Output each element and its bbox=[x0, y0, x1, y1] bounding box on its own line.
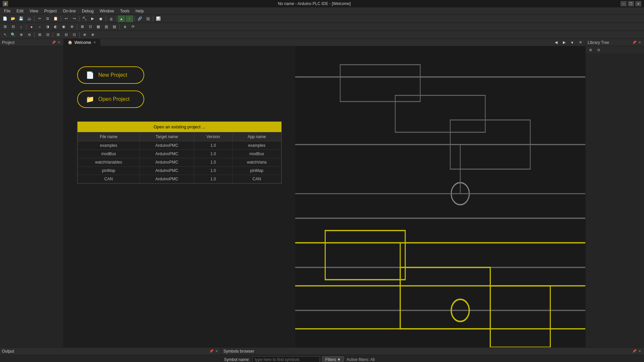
sep6 bbox=[135, 16, 135, 21]
tb-new[interactable]: 📄 bbox=[1, 15, 9, 22]
restore-button[interactable]: ❐ bbox=[628, 1, 634, 6]
tb-undo[interactable]: ↩ bbox=[62, 15, 70, 22]
symbols-panel-close[interactable]: ✕ bbox=[637, 349, 642, 354]
filters-button[interactable]: Filters ▼ bbox=[322, 356, 344, 362]
tb2-9[interactable]: ⊕ bbox=[68, 23, 75, 30]
tb3-1[interactable]: ↖ bbox=[1, 32, 9, 38]
tb-run[interactable]: ▶ bbox=[89, 15, 96, 22]
tb-disconnect[interactable]: ⛓ bbox=[144, 15, 152, 22]
tb2-10[interactable]: ⊠ bbox=[78, 23, 86, 30]
tb-redo[interactable]: ↪ bbox=[70, 15, 78, 22]
table-row[interactable]: pinMap ArduinoPMC 1.0 pinMap bbox=[78, 167, 281, 175]
menu-file[interactable]: File bbox=[1, 8, 13, 14]
menu-view[interactable]: View bbox=[27, 8, 41, 14]
tb2-2[interactable]: ⊟ bbox=[9, 23, 17, 30]
tb2-8[interactable]: ◉ bbox=[60, 23, 67, 30]
new-project-button[interactable]: 📄 New Project bbox=[77, 66, 144, 84]
menu-tools[interactable]: Tools bbox=[117, 8, 132, 14]
lib-btn-2[interactable]: ⊟ bbox=[595, 47, 602, 53]
tb-upload[interactable]: ▲ bbox=[118, 15, 125, 22]
output-panel-pin[interactable]: 📌 bbox=[209, 349, 214, 354]
tb-cut[interactable]: ✂ bbox=[36, 15, 43, 22]
tb3-8[interactable]: ⊡ bbox=[70, 32, 78, 38]
library-panel-title: Library Tree bbox=[588, 40, 609, 45]
library-panel-buttons: 📌 ✕ bbox=[632, 40, 642, 45]
svg-rect-13 bbox=[490, 286, 550, 347]
sep1 bbox=[34, 16, 35, 21]
tb2-6[interactable]: ◑ bbox=[44, 23, 51, 30]
menu-online[interactable]: On-line bbox=[60, 8, 78, 14]
tab-next[interactable]: ▶ bbox=[560, 39, 568, 46]
filters-chevron: ▼ bbox=[337, 357, 341, 362]
tb-connect[interactable]: 🔗 bbox=[136, 15, 144, 22]
tb3-6[interactable]: ⊞ bbox=[54, 32, 62, 38]
table-row[interactable]: examples ArduinoPMC 1.0 examples bbox=[78, 141, 281, 150]
cell-version: 1.0 bbox=[194, 158, 232, 167]
symbol-search-input[interactable] bbox=[253, 356, 320, 362]
library-panel-close[interactable]: ✕ bbox=[637, 40, 642, 45]
tb3-7[interactable]: ⊟ bbox=[62, 32, 70, 38]
minimize-button[interactable]: ─ bbox=[621, 1, 627, 6]
menu-help[interactable]: Help bbox=[133, 8, 147, 14]
lib-btn-1[interactable]: ⊞ bbox=[587, 47, 594, 53]
new-project-icon: 📄 bbox=[86, 71, 94, 79]
menu-edit[interactable]: Edit bbox=[14, 8, 26, 14]
tb-build[interactable]: 🔨 bbox=[81, 15, 88, 22]
cell-targetname: ArduinoPMC bbox=[140, 141, 194, 150]
tb2-4[interactable]: ● bbox=[28, 23, 35, 30]
tb-copy[interactable]: ⧉ bbox=[44, 15, 51, 22]
cell-appname: pinMap bbox=[232, 167, 281, 175]
welcome-tab-close[interactable]: ✕ bbox=[93, 41, 96, 44]
tb3-search[interactable]: 🔍 bbox=[9, 32, 17, 38]
toolbar-2: ⊞ ⊟ ↕ ● ○ ◑ ◐ ◉ ⊕ ⊠ ⊡ ▦ ▥ ▤ ⏸ ⟳ bbox=[0, 23, 644, 31]
tb2-12[interactable]: ▦ bbox=[95, 23, 102, 30]
tb-upload2[interactable]: ↑ bbox=[126, 15, 133, 22]
col-appname: App name bbox=[232, 132, 281, 141]
tb3-9[interactable]: ⊛ bbox=[81, 32, 88, 38]
tb2-15[interactable]: ⏸ bbox=[121, 23, 128, 30]
tb-monitor[interactable]: 📊 bbox=[155, 15, 162, 22]
tb3-zoomout[interactable]: ⊖ bbox=[25, 32, 33, 38]
tb-print[interactable]: 🖨 bbox=[107, 15, 115, 22]
tb-save[interactable]: 💾 bbox=[17, 15, 25, 22]
tab-close-all[interactable]: ✕ bbox=[577, 39, 584, 46]
table-row[interactable]: watchVariables ArduinoPMC 1.0 watchVaria bbox=[78, 158, 281, 167]
table-row[interactable]: CAN ArduinoPMC 1.0 CAN bbox=[78, 175, 281, 183]
library-panel-pin[interactable]: 📌 bbox=[632, 40, 637, 45]
library-panel-header: Library Tree 📌 ✕ bbox=[586, 39, 644, 46]
tb-save-all[interactable]: 🗂 bbox=[25, 15, 33, 22]
symbols-panel-pin[interactable]: 📌 bbox=[632, 349, 637, 354]
tab-scroll-down[interactable]: ▼ bbox=[569, 39, 576, 46]
welcome-page: 📄 New Project 📁 Open Project Open an exi… bbox=[64, 46, 585, 347]
table-row[interactable]: modBus ArduinoPMC 1.0 modBus bbox=[78, 150, 281, 158]
tb-paste[interactable]: 📋 bbox=[52, 15, 59, 22]
project-panel-close[interactable]: ✕ bbox=[57, 40, 61, 45]
tb2-11[interactable]: ⊡ bbox=[87, 23, 94, 30]
close-button[interactable]: ✕ bbox=[635, 1, 641, 6]
tb3-5[interactable]: ⊟ bbox=[44, 32, 51, 38]
tb3-10[interactable]: ⊕ bbox=[89, 32, 96, 38]
tb3-4[interactable]: ⊞ bbox=[36, 32, 43, 38]
output-panel-close[interactable]: ✕ bbox=[214, 349, 219, 354]
tab-prev[interactable]: ◀ bbox=[552, 39, 560, 46]
tb2-16[interactable]: ⟳ bbox=[129, 23, 137, 30]
tb2-5[interactable]: ○ bbox=[36, 23, 43, 30]
tb-open[interactable]: 📂 bbox=[9, 15, 17, 22]
tb2-14[interactable]: ▤ bbox=[111, 23, 118, 30]
project-panel-pin[interactable]: 📌 bbox=[51, 40, 56, 45]
tb2-1[interactable]: ⊞ bbox=[1, 23, 9, 30]
menu-window[interactable]: Window bbox=[97, 8, 117, 14]
tb2-13[interactable]: ▥ bbox=[103, 23, 110, 30]
tb-stop[interactable]: ⏹ bbox=[97, 15, 104, 22]
output-panel: Output 📌 ✕ Build Find in project Debug bbox=[0, 348, 221, 362]
tb3-zoomin[interactable]: ⊕ bbox=[17, 32, 25, 38]
welcome-tab-icon: 🏠 bbox=[68, 40, 72, 45]
open-project-button[interactable]: 📁 Open Project bbox=[77, 90, 144, 108]
tb2-7[interactable]: ◐ bbox=[52, 23, 59, 30]
welcome-tab[interactable]: 🏠 Welcome ✕ bbox=[64, 39, 100, 46]
menu-project[interactable]: Project bbox=[42, 8, 59, 14]
tb2-3[interactable]: ↕ bbox=[17, 23, 25, 30]
menu-debug[interactable]: Debug bbox=[79, 8, 96, 14]
welcome-left: 📄 New Project 📁 Open Project Open an exi… bbox=[64, 46, 295, 347]
symbol-name-label: Symbol name: bbox=[224, 357, 250, 362]
